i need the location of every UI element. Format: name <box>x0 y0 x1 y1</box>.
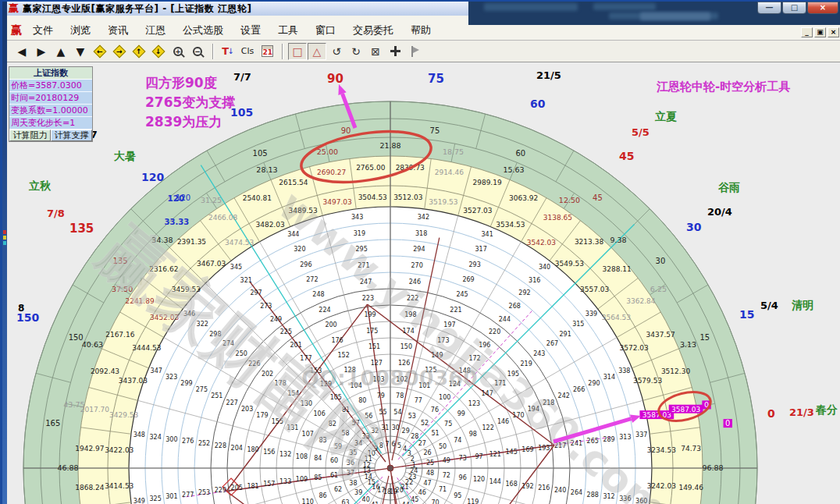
edge-pixel <box>3 236 6 240</box>
ring-value: 96.88 <box>702 463 723 472</box>
ring-value: 3063.92 <box>509 194 538 202</box>
spiral-number: 97 <box>475 453 482 460</box>
triangle-tool-icon[interactable]: △ <box>308 43 326 60</box>
next-arrow-icon[interactable]: ▶ <box>32 43 51 60</box>
sep1 <box>212 44 214 59</box>
spiral-number: 273 <box>260 303 272 310</box>
spiral-number: 72 <box>443 472 450 479</box>
ring-value: 3362.84 <box>626 297 655 305</box>
calc-resistance-button[interactable]: 计算阻力 <box>9 130 51 141</box>
ring-value: 3437.03 <box>119 377 148 385</box>
zoom-in-icon[interactable]: + <box>169 43 187 60</box>
spiral-number: 317 <box>475 246 487 253</box>
peripheral-label: 7/8 <box>47 208 65 219</box>
calendar-icon[interactable]: 21 <box>258 43 276 60</box>
spiral-number: 216 <box>538 484 550 492</box>
menu-item-4[interactable]: 公式选股 <box>183 23 223 37</box>
spiral-number: 77 <box>415 397 422 404</box>
mdi-close-button[interactable]: × <box>828 27 839 37</box>
spiral-number: 268 <box>509 303 521 310</box>
spiral-number: 25 <box>426 460 434 467</box>
spiral-number: 6 <box>391 441 395 448</box>
menu-item-1[interactable]: 浏览 <box>70 23 91 37</box>
menu-item-9[interactable]: 帮助 <box>411 23 431 37</box>
menu-item-0[interactable]: 文件 <box>33 23 53 37</box>
menu-item-6[interactable]: 工具 <box>278 23 298 37</box>
ring-value: 3519.53 <box>429 198 457 206</box>
diamond-up-icon[interactable]: ↑ <box>130 43 148 60</box>
panel-row-1: 时间=20180129 <box>9 92 92 105</box>
flag-icon[interactable] <box>405 43 424 60</box>
ring-value: 18.75 <box>443 147 464 156</box>
mdi-restore-button[interactable]: ▣ <box>814 27 826 37</box>
rotate-ccw-icon[interactable]: ↺ <box>327 43 346 60</box>
ring-value: 3422.03 <box>105 446 133 454</box>
app-logo-icon: 赢 <box>9 2 19 16</box>
mdi-controls: _▣× <box>799 27 839 37</box>
peripheral-label: 15 <box>739 308 754 321</box>
spiral-number: 49 <box>443 457 450 464</box>
mdi-minimize-button[interactable]: _ <box>801 27 813 37</box>
ring-value: 1942.97 <box>75 445 104 453</box>
spiral-number: 245 <box>456 291 468 298</box>
gann-wheel-chart[interactable]: 1234567891011121314151617181920212223242… <box>2 2 840 504</box>
spiral-number: 120 <box>473 476 485 483</box>
ring-value: 2391.35 <box>177 238 206 246</box>
square-tool-icon[interactable]: □ <box>288 43 307 60</box>
spiral-number: 341 <box>482 231 493 238</box>
edge-pixel <box>3 230 6 234</box>
minimize-button[interactable]: — <box>757 2 781 14</box>
panel-row-2: 变换系数=1.00000 <box>9 105 92 117</box>
spiral-number: 343 <box>351 214 363 221</box>
fit-cross-icon[interactable] <box>386 43 404 60</box>
peripheral-label: 立夏 <box>654 110 677 122</box>
ring-value: 150 <box>69 333 84 342</box>
spiral-number: 45 <box>411 496 418 503</box>
peripheral-label: 75 <box>428 72 444 86</box>
ring-value: 3549.53 <box>555 260 584 268</box>
box-x-icon[interactable]: ⊠ <box>366 43 385 60</box>
ring-value: 75 <box>430 126 440 135</box>
menu-item-3[interactable]: 江恩 <box>145 23 166 37</box>
time-axis-icon[interactable]: T↓ <box>219 43 237 60</box>
diamond-down-icon[interactable]: ↓ <box>149 43 168 60</box>
cls-button[interactable]: Cls <box>238 43 257 60</box>
prev-arrow-icon[interactable]: ◀ <box>12 43 31 60</box>
spiral-number: 339 <box>586 311 597 318</box>
spiral-number: 297 <box>250 289 262 296</box>
maximize-button[interactable]: □ <box>782 2 806 14</box>
spiral-number: 252 <box>198 440 210 447</box>
spiral-number: 52 <box>421 420 429 427</box>
diamond-right-icon[interactable]: → <box>110 43 129 60</box>
zoom-out-icon[interactable]: − <box>188 43 207 60</box>
down-triangle-icon[interactable]: ▼ <box>71 43 90 60</box>
spiral-number: 301 <box>166 493 177 500</box>
calc-support-button[interactable]: 计算支撑 <box>51 130 92 141</box>
menu-item-7[interactable]: 窗口 <box>315 23 336 37</box>
rotate-cw-icon[interactable]: ↻ <box>347 43 365 60</box>
peripheral-label: 5/5 <box>632 126 650 138</box>
spiral-number: 48 <box>426 470 434 477</box>
spiral-number: 146 <box>497 418 509 425</box>
ring-value: 25.00 <box>317 147 338 156</box>
menu-item-2[interactable]: 资讯 <box>108 23 128 37</box>
spiral-number: 5 <box>397 442 401 449</box>
spiral-number: 277 <box>182 492 194 499</box>
spiral-number: 294 <box>413 246 425 253</box>
ring-value: 3534.53 <box>496 221 525 229</box>
edge-pixel <box>3 241 6 245</box>
spiral-number: 342 <box>418 214 429 221</box>
diamond-left-icon[interactable]: ← <box>91 43 109 60</box>
spiral-number: 63 <box>341 499 349 504</box>
ring-value: 2765.00 <box>356 164 385 172</box>
spiral-number: 227 <box>226 399 238 406</box>
ring-value: 3437.57 <box>646 331 675 339</box>
ring-value: 3542.03 <box>527 239 556 247</box>
close-button[interactable]: × <box>807 2 838 14</box>
ring-value: 3.13 <box>680 340 696 349</box>
ring-value: 45 <box>593 193 603 202</box>
up-triangle-icon[interactable]: ▲ <box>52 43 70 60</box>
panel-row-3: 周天变化步长=1 <box>9 117 92 130</box>
menu-item-5[interactable]: 设置 <box>240 23 261 37</box>
menu-item-8[interactable]: 交易委托 <box>353 23 393 37</box>
